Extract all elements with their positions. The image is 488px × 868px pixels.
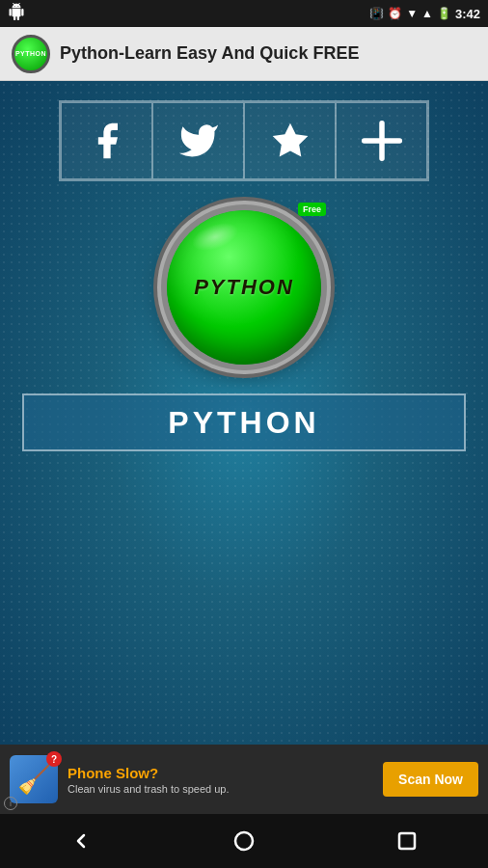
ad-subtitle: Clean virus and trash to speed up. bbox=[68, 783, 373, 795]
python-button-label: PYTHON bbox=[194, 275, 294, 300]
ad-title: Phone Slow? bbox=[68, 765, 373, 781]
recent-icon bbox=[395, 829, 419, 853]
android-icon bbox=[8, 3, 25, 24]
clock: 3:42 bbox=[455, 7, 480, 21]
python-banner[interactable]: PYTHON bbox=[22, 393, 466, 451]
svg-rect-1 bbox=[399, 833, 415, 849]
star-icon bbox=[269, 120, 312, 162]
facebook-button[interactable] bbox=[61, 102, 152, 179]
status-bar: 📳 ⏰ ▼ ▲ 🔋 3:42 bbox=[0, 0, 488, 27]
rate-button[interactable] bbox=[244, 102, 336, 179]
main-content: Free PYTHON PYTHON bbox=[0, 81, 488, 745]
python-banner-text: PYTHON bbox=[168, 405, 319, 441]
facebook-icon bbox=[86, 120, 128, 162]
app-title: Python-Learn Easy And Quick FREE bbox=[60, 43, 359, 64]
recent-button[interactable] bbox=[388, 822, 426, 860]
twitter-button[interactable] bbox=[152, 102, 244, 179]
more-button[interactable] bbox=[336, 102, 427, 179]
ad-icon-container: 🧹 ? bbox=[10, 755, 58, 803]
wifi-icon: ▼ bbox=[406, 7, 418, 20]
info-icon: i bbox=[4, 797, 17, 810]
back-button[interactable] bbox=[62, 822, 100, 860]
svg-point-0 bbox=[235, 832, 253, 850]
plus-icon bbox=[361, 120, 403, 162]
social-row bbox=[59, 100, 429, 181]
ad-text-container: Phone Slow? Clean virus and trash to spe… bbox=[68, 765, 373, 795]
scan-now-button[interactable]: Scan Now bbox=[383, 762, 478, 797]
home-button[interactable] bbox=[225, 822, 263, 860]
status-icons: 📳 ⏰ ▼ ▲ 🔋 3:42 bbox=[369, 7, 480, 21]
nav-bar bbox=[0, 814, 488, 868]
vibrate-icon: 📳 bbox=[369, 7, 384, 20]
signal-icon: ▲ bbox=[421, 7, 433, 20]
ad-banner[interactable]: 🧹 ? Phone Slow? Clean virus and trash to… bbox=[0, 745, 488, 814]
home-icon bbox=[232, 829, 256, 853]
python-circle-button[interactable]: PYTHON bbox=[167, 210, 321, 365]
ad-badge: ? bbox=[46, 751, 62, 767]
python-button-container: Free PYTHON bbox=[167, 210, 321, 365]
alarm-icon: ⏰ bbox=[388, 7, 402, 20]
twitter-icon bbox=[177, 120, 220, 162]
logo-text: PYTHON bbox=[15, 50, 46, 57]
app-header: PYTHON Python-Learn Easy And Quick FREE bbox=[0, 27, 488, 81]
app-logo: PYTHON bbox=[12, 35, 50, 73]
free-badge: Free bbox=[298, 203, 326, 216]
back-icon bbox=[69, 829, 93, 853]
battery-icon: 🔋 bbox=[437, 7, 451, 20]
